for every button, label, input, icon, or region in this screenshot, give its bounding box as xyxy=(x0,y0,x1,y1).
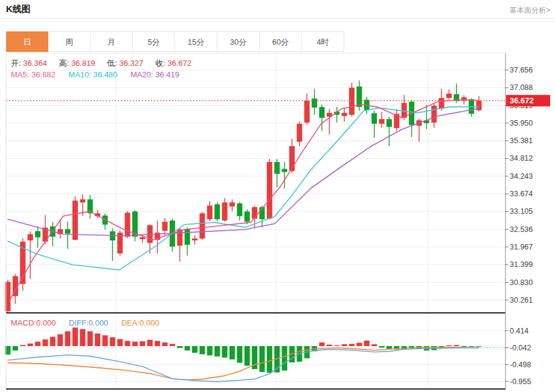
candle-bullish xyxy=(439,98,444,109)
page-title: K线图 xyxy=(6,4,31,15)
diff-value: DIFF:0.000 xyxy=(69,318,108,327)
candle-bearish xyxy=(35,231,40,237)
open-label: 开: xyxy=(11,59,21,68)
macd-bar xyxy=(13,346,18,350)
y-axis-label: 34.243 xyxy=(510,172,533,181)
macd-bar xyxy=(469,346,474,347)
y-axis-label: 35.950 xyxy=(510,119,533,127)
tab-timeframe-4[interactable]: 15分 xyxy=(175,31,217,52)
tab-timeframe-3[interactable]: 5分 xyxy=(133,31,175,52)
macd-bar xyxy=(379,346,385,347)
candle-bullish xyxy=(125,213,130,237)
tab-timeframe-7[interactable]: 4时 xyxy=(302,31,344,52)
candle-bullish xyxy=(28,234,33,240)
candle-bullish xyxy=(431,106,437,123)
y-axis-label: 34.812 xyxy=(510,154,533,162)
candle-bearish xyxy=(245,211,250,222)
macd-bar xyxy=(110,337,115,346)
macd-bar xyxy=(65,331,71,346)
macd-bar xyxy=(50,337,56,346)
macd-bar xyxy=(192,346,197,353)
macd-bar xyxy=(88,331,93,346)
y-axis-label: 33.105 xyxy=(510,207,533,216)
macd-bar xyxy=(245,346,250,366)
candle-bearish xyxy=(371,113,377,124)
candle-bullish xyxy=(342,113,347,116)
candle-bullish xyxy=(199,213,205,239)
macd-bar xyxy=(140,341,145,346)
macd-bar xyxy=(356,342,362,346)
candle-bullish xyxy=(192,239,197,240)
candle-bearish xyxy=(185,229,190,245)
y-axis-label: 35.381 xyxy=(510,137,533,145)
macd-bar xyxy=(349,344,354,346)
ma10-readout: MA10: 36.480 xyxy=(68,70,117,79)
candle-bearish xyxy=(356,86,362,107)
candle-bullish xyxy=(304,101,310,123)
candle-bullish xyxy=(267,162,272,219)
macd-bar xyxy=(95,333,100,346)
macd-bar xyxy=(199,346,205,355)
y-axis-label: 31.967 xyxy=(510,243,533,251)
macd-axis-label: 0.414 xyxy=(510,327,528,335)
candle-bullish xyxy=(379,119,385,124)
macd-bar xyxy=(185,346,190,350)
candle-bearish xyxy=(319,107,325,118)
macd-bar xyxy=(72,327,78,346)
candle-bullish xyxy=(349,88,354,115)
kline-page: { "header": { "title": "K线图", "link": "基… xyxy=(0,0,555,392)
tab-timeframe-2[interactable]: 月 xyxy=(91,31,133,52)
low-label: 低: xyxy=(107,59,117,68)
macd-bar xyxy=(80,329,85,346)
close-label: 收: xyxy=(155,59,165,68)
macd-bar xyxy=(170,344,175,346)
high-label: 高: xyxy=(59,59,69,68)
candle-bullish xyxy=(140,237,145,239)
macd-axis-label: -0.955 xyxy=(510,378,531,386)
macd-bar xyxy=(237,346,242,363)
macd-bar xyxy=(214,346,220,356)
fundamental-analysis-link[interactable]: 基本面分析> xyxy=(510,5,550,16)
macd-bar xyxy=(259,346,265,372)
candle-bullish xyxy=(229,202,235,207)
dea-line xyxy=(8,347,479,380)
macd-bar xyxy=(125,341,130,346)
candle-bullish xyxy=(162,222,168,231)
candle-bearish xyxy=(387,119,392,127)
close-value: 36.672 xyxy=(167,59,191,68)
macd-axis-label: -0.042 xyxy=(510,344,531,352)
candle-bullish xyxy=(72,201,78,240)
macd-bar xyxy=(28,344,33,346)
candle-bearish xyxy=(214,204,220,219)
ohlc-readout: 开: 36.364 高: 36.819 低: 36.327 收: 36.672 xyxy=(11,58,201,69)
macd-bar xyxy=(454,345,459,346)
macd-value: MACD:0.000 xyxy=(11,318,56,327)
candle-bullish xyxy=(222,202,228,220)
y-axis-label: 37.088 xyxy=(510,83,533,92)
candle-bullish xyxy=(297,124,302,142)
page-header: K线图 基本面分析> xyxy=(0,0,555,19)
macd-bar xyxy=(102,335,107,346)
macd-bar xyxy=(327,345,332,346)
candle-bullish xyxy=(80,199,85,202)
macd-bar xyxy=(207,346,213,355)
candle-bearish xyxy=(65,229,71,233)
tab-timeframe-1[interactable]: 周 xyxy=(48,31,91,52)
macd-bar xyxy=(371,344,377,346)
macd-bar xyxy=(334,345,339,346)
macd-bar xyxy=(476,346,482,347)
ma10-line xyxy=(8,107,479,270)
macd-bar xyxy=(57,334,63,346)
tab-timeframe-0[interactable]: 日 xyxy=(6,31,48,52)
dea-value: DEA:0.000 xyxy=(121,318,159,327)
ma20-line xyxy=(8,109,479,236)
y-axis-label: 30.261 xyxy=(510,296,533,304)
low-value: 36.327 xyxy=(120,59,144,68)
macd-bar xyxy=(222,346,228,358)
current-price-tag-text: 36.672 xyxy=(510,96,534,105)
tab-timeframe-6[interactable]: 60分 xyxy=(260,31,302,52)
tab-timeframe-5[interactable]: 30分 xyxy=(217,31,260,52)
macd-bar xyxy=(20,345,25,346)
ma20-readout: MA20: 36.419 xyxy=(130,70,179,79)
candle-bearish xyxy=(274,162,280,174)
